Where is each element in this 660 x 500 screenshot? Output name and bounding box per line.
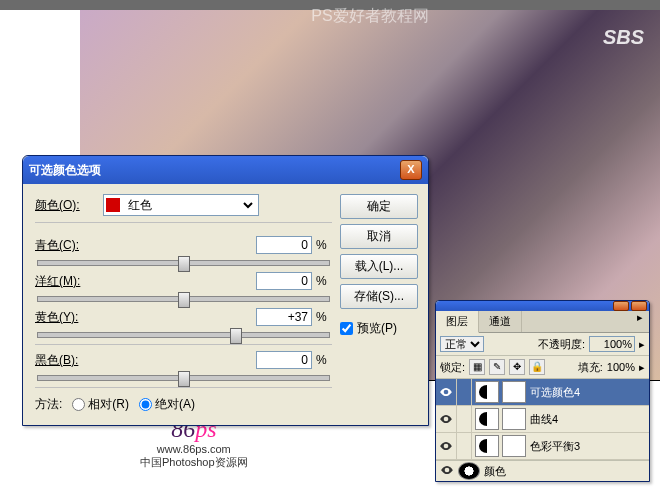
slider-thumb[interactable]: [178, 292, 190, 308]
doc-toolbar: [0, 0, 80, 10]
slider-track[interactable]: [37, 260, 330, 266]
slider-1: 洋红(M):0%: [35, 272, 332, 302]
mask-thumb: [502, 381, 526, 403]
tab-channels[interactable]: 通道: [479, 311, 522, 332]
tab-layers[interactable]: 图层: [436, 311, 479, 333]
link-cell[interactable]: [457, 406, 472, 432]
preview-label: 预览(P): [357, 320, 397, 337]
slider-thumb[interactable]: [230, 328, 242, 344]
slider-label: 青色(C):: [35, 237, 79, 254]
mask-thumb: [502, 408, 526, 430]
adjustment-thumb: [475, 435, 499, 457]
lock-all-icon[interactable]: 🔒: [529, 359, 545, 375]
link-cell[interactable]: [457, 433, 472, 459]
slider-3: 黑色(B):0%: [35, 351, 332, 381]
percent-label: %: [316, 274, 332, 288]
opacity-flyout-icon[interactable]: ▸: [639, 338, 645, 351]
percent-label: %: [316, 238, 332, 252]
slider-label: 洋红(M):: [35, 273, 80, 290]
method-relative-label: 相对(R): [88, 396, 129, 413]
layer-name[interactable]: 曲线4: [530, 412, 649, 427]
fill-value[interactable]: 100%: [607, 361, 635, 373]
layer-row[interactable]: 可选颜色4: [436, 379, 649, 406]
mask-thumb: [502, 435, 526, 457]
slider-value[interactable]: 0: [256, 272, 312, 290]
adjustment-thumb: [475, 381, 499, 403]
opacity-value[interactable]: 100%: [589, 336, 635, 352]
color-select[interactable]: 红色: [124, 197, 256, 213]
eye-icon[interactable]: [436, 406, 457, 432]
fill-label: 填充:: [578, 360, 603, 375]
panel-status-label: 颜色: [484, 464, 506, 479]
panel-menu-button[interactable]: ▸: [631, 311, 649, 332]
color-combo[interactable]: 红色: [103, 194, 259, 216]
link-cell[interactable]: [457, 379, 472, 405]
dialog-title: 可选颜色选项: [29, 162, 101, 179]
lock-transparency-icon[interactable]: ▦: [469, 359, 485, 375]
adjustment-thumb: [458, 462, 480, 480]
eye-icon[interactable]: [436, 379, 457, 405]
panel-close-button[interactable]: [631, 301, 647, 311]
method-absolute-label: 绝对(A): [155, 396, 195, 413]
layer-row[interactable]: 曲线4: [436, 406, 649, 433]
lock-paint-icon[interactable]: ✎: [489, 359, 505, 375]
layers-panel: 图层 通道 ▸ 正常 不透明度: 100% ▸ 锁定: ▦ ✎ ✥ 🔒 填充: …: [435, 300, 650, 482]
slider-2: 黄色(Y):+37%: [35, 308, 332, 338]
color-swatch: [106, 198, 120, 212]
method-row: 方法: 相对(R) 绝对(A): [35, 394, 332, 417]
slider-track[interactable]: [37, 296, 330, 302]
percent-label: %: [316, 310, 332, 324]
lock-move-icon[interactable]: ✥: [509, 359, 525, 375]
panel-minimize-button[interactable]: [613, 301, 629, 311]
selective-color-dialog: 可选颜色选项 X 颜色(O): 红色 青色(C):0%洋红(M):0%黄色(Y)…: [22, 155, 429, 426]
method-relative-radio[interactable]: 相对(R): [72, 396, 129, 413]
cancel-button[interactable]: 取消: [340, 224, 418, 249]
eye-icon[interactable]: [440, 463, 454, 479]
slider-value[interactable]: 0: [256, 236, 312, 254]
opacity-label: 不透明度:: [538, 337, 585, 352]
layer-name[interactable]: 可选颜色4: [530, 385, 649, 400]
slider-thumb[interactable]: [178, 371, 190, 387]
adjustment-thumb: [475, 408, 499, 430]
color-label: 颜色(O):: [35, 197, 97, 214]
ok-button[interactable]: 确定: [340, 194, 418, 219]
lock-label: 锁定:: [440, 360, 465, 375]
slider-value[interactable]: +37: [256, 308, 312, 326]
layer-name[interactable]: 色彩平衡3: [530, 439, 649, 454]
fill-flyout-icon[interactable]: ▸: [639, 361, 645, 374]
slider-value[interactable]: 0: [256, 351, 312, 369]
layer-row[interactable]: 色彩平衡3: [436, 433, 649, 460]
dialog-titlebar[interactable]: 可选颜色选项 X: [23, 156, 428, 184]
slider-thumb[interactable]: [178, 256, 190, 272]
slider-label: 黑色(B):: [35, 352, 78, 369]
sbs-watermark: SBS: [603, 26, 644, 49]
method-label: 方法:: [35, 396, 62, 413]
slider-label: 黄色(Y):: [35, 309, 78, 326]
eye-icon[interactable]: [436, 433, 457, 459]
load-button[interactable]: 载入(L)...: [340, 254, 418, 279]
percent-label: %: [316, 353, 332, 367]
method-absolute-radio[interactable]: 绝对(A): [139, 396, 195, 413]
dialog-close-button[interactable]: X: [400, 160, 422, 180]
panel-titlebar[interactable]: [436, 301, 649, 311]
preview-checkbox[interactable]: 预览(P): [340, 320, 418, 337]
blend-mode-select[interactable]: 正常: [440, 336, 484, 352]
slider-0: 青色(C):0%: [35, 236, 332, 266]
site-watermark: PS爱好者教程网: [311, 6, 428, 27]
slider-track[interactable]: [37, 375, 330, 381]
slider-track[interactable]: [37, 332, 330, 338]
save-button[interactable]: 存储(S)...: [340, 284, 418, 309]
